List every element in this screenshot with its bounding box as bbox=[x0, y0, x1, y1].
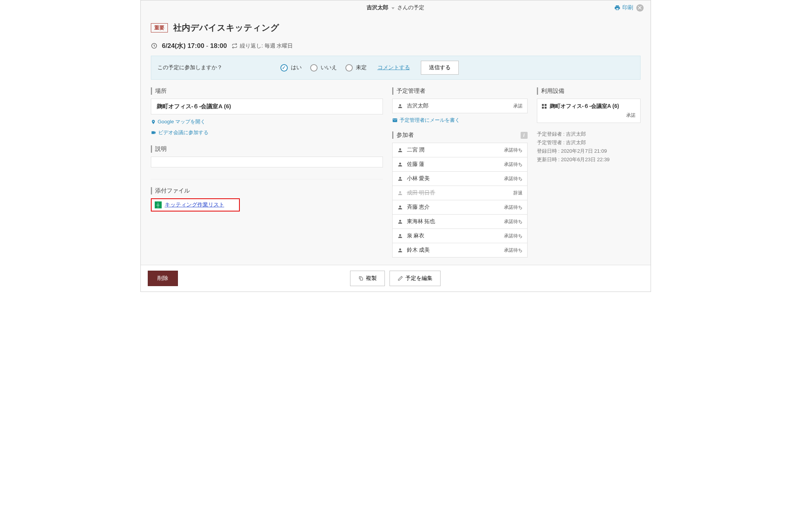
organizer-name: 吉沢太郎 bbox=[407, 102, 429, 109]
participant-row: 小林 愛美 承諾待ち bbox=[392, 171, 528, 186]
facility-section-label: 利用設備 bbox=[537, 87, 641, 95]
participant-status: 承諾待ち bbox=[504, 233, 523, 239]
video-icon bbox=[151, 130, 156, 135]
comment-link[interactable]: コメントする bbox=[378, 64, 410, 71]
location-section-label: 場所 bbox=[151, 87, 383, 95]
person-icon bbox=[397, 176, 403, 182]
participant-row: 鈴木 成美 承諾待ち bbox=[392, 243, 528, 257]
meta-manager: 予定管理者 : 吉沢太郎 bbox=[537, 138, 641, 147]
rsvp-submit-button[interactable]: 送信する bbox=[421, 61, 459, 75]
rsvp-yes-radio[interactable] bbox=[280, 64, 288, 72]
participant-status: 承諾待ち bbox=[504, 161, 523, 168]
header: 吉沢太郎 さんの予定 印刷 bbox=[141, 0, 651, 15]
close-icon bbox=[638, 6, 642, 10]
participant-name: 小林 愛美 bbox=[407, 175, 430, 182]
meta-info: 予定登録者 : 吉沢太郎 予定管理者 : 吉沢太郎 登録日時 : 2020年2月… bbox=[537, 130, 641, 164]
event-title: 社内デバイスキッティング bbox=[173, 22, 279, 34]
chevron-down-icon bbox=[391, 7, 395, 9]
repeat-info: 繰り返し: 毎週 水曜日 bbox=[232, 43, 293, 49]
location-text: 麹町オフィス-６-会議室A (6) bbox=[157, 103, 231, 109]
clock-icon bbox=[151, 43, 157, 49]
pencil-icon bbox=[398, 276, 403, 281]
divider bbox=[151, 179, 383, 179]
repeat-icon bbox=[232, 43, 237, 49]
participant-name: 泉 麻衣 bbox=[407, 232, 425, 239]
rsvp-question: この予定に参加しますか？ bbox=[157, 64, 273, 71]
edit-button[interactable]: 予定を編集 bbox=[390, 271, 441, 286]
close-button[interactable] bbox=[636, 4, 644, 12]
rsvp-undecided-label: 未定 bbox=[356, 64, 367, 71]
print-button[interactable]: 印刷 bbox=[614, 4, 633, 11]
participant-status: 承諾待ち bbox=[504, 176, 523, 182]
participant-name: 東海林 拓也 bbox=[407, 218, 436, 225]
location-box: 麹町オフィス-６-会議室A (6) bbox=[151, 99, 383, 114]
svg-rect-1 bbox=[360, 278, 362, 280]
delete-button[interactable]: 削除 bbox=[148, 271, 178, 286]
person-icon bbox=[397, 233, 403, 239]
footer: 削除 複製 予定を編集 bbox=[141, 265, 651, 292]
copy-button[interactable]: 複製 bbox=[350, 271, 385, 286]
copy-icon bbox=[358, 276, 364, 281]
participant-status: 承諾待ち bbox=[504, 204, 523, 211]
header-suffix: さんの予定 bbox=[397, 4, 424, 10]
description-box bbox=[151, 157, 383, 167]
person-icon bbox=[397, 219, 403, 225]
organizer-section-label: 予定管理者 bbox=[392, 87, 528, 95]
facility-box: 麹町オフィス-６-会議室A (6) 承諾 bbox=[537, 99, 641, 123]
participant-name: 成田 明日香 bbox=[407, 189, 436, 196]
facility-status: 承諾 bbox=[542, 112, 636, 119]
rsvp-yes-label: はい bbox=[291, 64, 302, 71]
organizer-status: 承諾 bbox=[513, 103, 523, 109]
participant-name: 佐藤 蓮 bbox=[407, 161, 425, 168]
meta-creator: 予定登録者 : 吉沢太郎 bbox=[537, 130, 641, 138]
participant-row: 泉 麻衣 承諾待ち bbox=[392, 228, 528, 243]
attachments-section-label: 添付ファイル bbox=[151, 187, 383, 194]
rsvp-bar: この予定に参加しますか？ はい いいえ 未定 コメントする 送信する bbox=[151, 56, 641, 80]
description-section-label: 説明 bbox=[151, 145, 383, 153]
attachment-link[interactable]: キッティング作業リスト bbox=[165, 201, 224, 208]
person-icon bbox=[397, 162, 403, 167]
spreadsheet-icon bbox=[155, 201, 162, 208]
map-link[interactable]: Google マップを開く bbox=[151, 118, 383, 125]
mail-icon bbox=[392, 118, 398, 123]
participant-row: 斉藤 恵介 承諾待ち bbox=[392, 200, 528, 215]
facility-name: 麹町オフィス-６-会議室A (6) bbox=[550, 103, 619, 110]
participant-status: 承諾待ち bbox=[504, 147, 523, 153]
important-tag: 重要 bbox=[151, 23, 168, 32]
participants-section-label: 参加者 bbox=[392, 131, 414, 139]
organizer-row: 吉沢太郎 承諾 bbox=[392, 99, 528, 113]
person-icon bbox=[397, 205, 403, 210]
person-icon bbox=[397, 147, 403, 153]
meta-created: 登録日時 : 2020年2月7日 21:09 bbox=[537, 147, 641, 155]
email-organizer-link[interactable]: 予定管理者にメールを書く bbox=[392, 117, 528, 124]
rsvp-undecided-radio[interactable] bbox=[345, 64, 353, 72]
participant-name: 二宮 潤 bbox=[407, 147, 425, 153]
person-icon bbox=[397, 247, 403, 253]
header-user: 吉沢太郎 bbox=[367, 4, 388, 10]
participant-status: 辞退 bbox=[513, 190, 523, 196]
header-user-dropdown[interactable]: 吉沢太郎 さんの予定 bbox=[367, 4, 425, 11]
participant-row: 二宮 潤 承諾待ち bbox=[392, 143, 528, 157]
participant-name: 斉藤 恵介 bbox=[407, 204, 430, 211]
event-datetime: 6/24(水) 17:00 - 18:00 bbox=[162, 41, 227, 50]
rsvp-no-label: いいえ bbox=[321, 64, 337, 71]
person-icon bbox=[397, 103, 403, 109]
printer-icon bbox=[614, 5, 620, 11]
video-link[interactable]: ビデオ会議に参加する bbox=[151, 129, 383, 136]
info-icon[interactable]: i bbox=[521, 132, 528, 139]
participant-row: 成田 明日香 辞退 bbox=[392, 186, 528, 200]
map-pin-icon bbox=[151, 119, 156, 124]
meta-updated: 更新日時 : 2020年6月23日 22:39 bbox=[537, 155, 641, 164]
participant-name: 鈴木 成美 bbox=[407, 247, 430, 254]
participants-list: 二宮 潤 承諾待ち 佐藤 蓮 承諾待ち 小林 愛美 承諾待ち 成田 明日香 辞退… bbox=[392, 143, 528, 257]
participant-status: 承諾待ち bbox=[504, 218, 523, 225]
rsvp-no-radio[interactable] bbox=[310, 64, 318, 72]
person-icon bbox=[397, 190, 403, 196]
attachment-item[interactable]: キッティング作業リスト bbox=[151, 198, 240, 211]
participant-row: 佐藤 蓮 承諾待ち bbox=[392, 157, 528, 172]
participant-row: 東海林 拓也 承諾待ち bbox=[392, 214, 528, 229]
facility-icon bbox=[542, 104, 547, 109]
participant-status: 承諾待ち bbox=[504, 247, 523, 254]
